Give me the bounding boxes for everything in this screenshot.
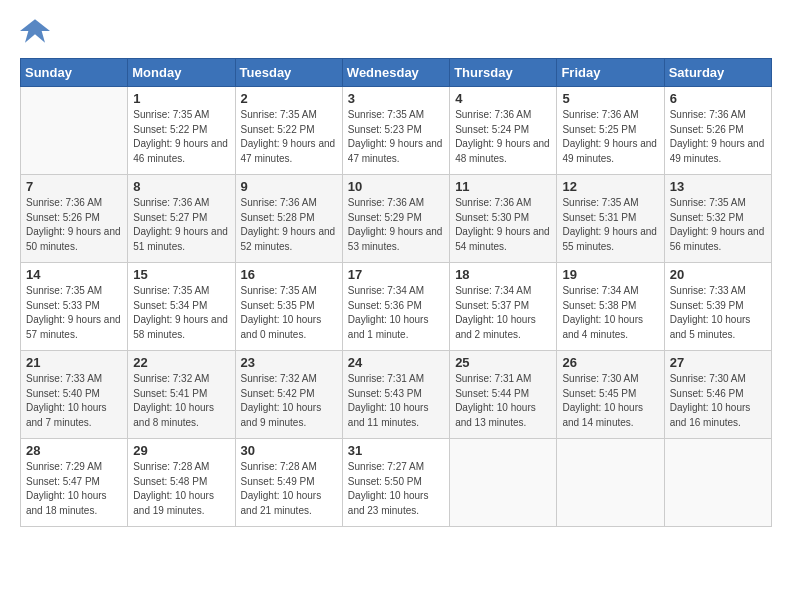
calendar-cell: 21Sunrise: 7:33 AMSunset: 5:40 PMDayligh… — [21, 351, 128, 439]
calendar-cell: 27Sunrise: 7:30 AMSunset: 5:46 PMDayligh… — [664, 351, 771, 439]
day-detail: Sunrise: 7:30 AMSunset: 5:45 PMDaylight:… — [562, 372, 658, 430]
calendar-cell — [21, 87, 128, 175]
day-number: 10 — [348, 179, 444, 194]
calendar-week-row: 14Sunrise: 7:35 AMSunset: 5:33 PMDayligh… — [21, 263, 772, 351]
day-detail: Sunrise: 7:36 AMSunset: 5:30 PMDaylight:… — [455, 196, 551, 254]
calendar-cell: 14Sunrise: 7:35 AMSunset: 5:33 PMDayligh… — [21, 263, 128, 351]
calendar-cell: 16Sunrise: 7:35 AMSunset: 5:35 PMDayligh… — [235, 263, 342, 351]
day-number: 18 — [455, 267, 551, 282]
day-detail: Sunrise: 7:36 AMSunset: 5:24 PMDaylight:… — [455, 108, 551, 166]
day-number: 4 — [455, 91, 551, 106]
day-number: 20 — [670, 267, 766, 282]
calendar-cell: 17Sunrise: 7:34 AMSunset: 5:36 PMDayligh… — [342, 263, 449, 351]
calendar-cell: 30Sunrise: 7:28 AMSunset: 5:49 PMDayligh… — [235, 439, 342, 527]
day-detail: Sunrise: 7:31 AMSunset: 5:44 PMDaylight:… — [455, 372, 551, 430]
day-detail: Sunrise: 7:35 AMSunset: 5:35 PMDaylight:… — [241, 284, 337, 342]
day-number: 25 — [455, 355, 551, 370]
day-detail: Sunrise: 7:31 AMSunset: 5:43 PMDaylight:… — [348, 372, 444, 430]
day-number: 7 — [26, 179, 122, 194]
calendar-cell — [664, 439, 771, 527]
page-header — [20, 16, 772, 50]
day-number: 6 — [670, 91, 766, 106]
day-number: 31 — [348, 443, 444, 458]
day-number: 23 — [241, 355, 337, 370]
day-number: 21 — [26, 355, 122, 370]
logo — [20, 16, 54, 50]
day-number: 28 — [26, 443, 122, 458]
calendar-cell: 7Sunrise: 7:36 AMSunset: 5:26 PMDaylight… — [21, 175, 128, 263]
day-detail: Sunrise: 7:28 AMSunset: 5:49 PMDaylight:… — [241, 460, 337, 518]
day-detail: Sunrise: 7:36 AMSunset: 5:25 PMDaylight:… — [562, 108, 658, 166]
day-detail: Sunrise: 7:35 AMSunset: 5:31 PMDaylight:… — [562, 196, 658, 254]
calendar-week-row: 28Sunrise: 7:29 AMSunset: 5:47 PMDayligh… — [21, 439, 772, 527]
calendar-cell: 26Sunrise: 7:30 AMSunset: 5:45 PMDayligh… — [557, 351, 664, 439]
day-detail: Sunrise: 7:35 AMSunset: 5:23 PMDaylight:… — [348, 108, 444, 166]
day-number: 26 — [562, 355, 658, 370]
day-number: 2 — [241, 91, 337, 106]
day-of-week-header: Friday — [557, 59, 664, 87]
day-detail: Sunrise: 7:36 AMSunset: 5:28 PMDaylight:… — [241, 196, 337, 254]
day-number: 29 — [133, 443, 229, 458]
calendar-cell: 4Sunrise: 7:36 AMSunset: 5:24 PMDaylight… — [450, 87, 557, 175]
calendar-cell: 6Sunrise: 7:36 AMSunset: 5:26 PMDaylight… — [664, 87, 771, 175]
day-detail: Sunrise: 7:33 AMSunset: 5:40 PMDaylight:… — [26, 372, 122, 430]
day-of-week-header: Sunday — [21, 59, 128, 87]
day-of-week-header: Saturday — [664, 59, 771, 87]
calendar-cell: 19Sunrise: 7:34 AMSunset: 5:38 PMDayligh… — [557, 263, 664, 351]
day-number: 3 — [348, 91, 444, 106]
day-number: 17 — [348, 267, 444, 282]
day-detail: Sunrise: 7:36 AMSunset: 5:26 PMDaylight:… — [670, 108, 766, 166]
calendar-cell: 13Sunrise: 7:35 AMSunset: 5:32 PMDayligh… — [664, 175, 771, 263]
calendar-cell: 31Sunrise: 7:27 AMSunset: 5:50 PMDayligh… — [342, 439, 449, 527]
day-detail: Sunrise: 7:35 AMSunset: 5:33 PMDaylight:… — [26, 284, 122, 342]
day-detail: Sunrise: 7:35 AMSunset: 5:22 PMDaylight:… — [241, 108, 337, 166]
day-detail: Sunrise: 7:29 AMSunset: 5:47 PMDaylight:… — [26, 460, 122, 518]
calendar-header: SundayMondayTuesdayWednesdayThursdayFrid… — [21, 59, 772, 87]
day-detail: Sunrise: 7:36 AMSunset: 5:29 PMDaylight:… — [348, 196, 444, 254]
day-detail: Sunrise: 7:36 AMSunset: 5:26 PMDaylight:… — [26, 196, 122, 254]
day-number: 27 — [670, 355, 766, 370]
day-number: 9 — [241, 179, 337, 194]
calendar-cell: 20Sunrise: 7:33 AMSunset: 5:39 PMDayligh… — [664, 263, 771, 351]
calendar-cell: 18Sunrise: 7:34 AMSunset: 5:37 PMDayligh… — [450, 263, 557, 351]
day-of-week-header: Thursday — [450, 59, 557, 87]
calendar-cell: 12Sunrise: 7:35 AMSunset: 5:31 PMDayligh… — [557, 175, 664, 263]
calendar-week-row: 1Sunrise: 7:35 AMSunset: 5:22 PMDaylight… — [21, 87, 772, 175]
day-number: 16 — [241, 267, 337, 282]
day-number: 1 — [133, 91, 229, 106]
calendar-cell: 15Sunrise: 7:35 AMSunset: 5:34 PMDayligh… — [128, 263, 235, 351]
calendar-cell: 1Sunrise: 7:35 AMSunset: 5:22 PMDaylight… — [128, 87, 235, 175]
svg-marker-0 — [20, 19, 50, 42]
day-number: 5 — [562, 91, 658, 106]
day-detail: Sunrise: 7:27 AMSunset: 5:50 PMDaylight:… — [348, 460, 444, 518]
day-number: 22 — [133, 355, 229, 370]
day-number: 13 — [670, 179, 766, 194]
calendar-cell — [450, 439, 557, 527]
calendar-cell: 8Sunrise: 7:36 AMSunset: 5:27 PMDaylight… — [128, 175, 235, 263]
calendar-week-row: 21Sunrise: 7:33 AMSunset: 5:40 PMDayligh… — [21, 351, 772, 439]
calendar-cell: 24Sunrise: 7:31 AMSunset: 5:43 PMDayligh… — [342, 351, 449, 439]
logo-icon — [20, 16, 50, 50]
day-of-week-header: Monday — [128, 59, 235, 87]
calendar-cell: 11Sunrise: 7:36 AMSunset: 5:30 PMDayligh… — [450, 175, 557, 263]
calendar-cell: 2Sunrise: 7:35 AMSunset: 5:22 PMDaylight… — [235, 87, 342, 175]
calendar-cell: 5Sunrise: 7:36 AMSunset: 5:25 PMDaylight… — [557, 87, 664, 175]
day-detail: Sunrise: 7:34 AMSunset: 5:37 PMDaylight:… — [455, 284, 551, 342]
day-detail: Sunrise: 7:28 AMSunset: 5:48 PMDaylight:… — [133, 460, 229, 518]
day-number: 12 — [562, 179, 658, 194]
day-of-week-header: Tuesday — [235, 59, 342, 87]
day-of-week-header: Wednesday — [342, 59, 449, 87]
day-detail: Sunrise: 7:35 AMSunset: 5:32 PMDaylight:… — [670, 196, 766, 254]
day-detail: Sunrise: 7:30 AMSunset: 5:46 PMDaylight:… — [670, 372, 766, 430]
calendar-cell: 22Sunrise: 7:32 AMSunset: 5:41 PMDayligh… — [128, 351, 235, 439]
day-detail: Sunrise: 7:34 AMSunset: 5:36 PMDaylight:… — [348, 284, 444, 342]
calendar-week-row: 7Sunrise: 7:36 AMSunset: 5:26 PMDaylight… — [21, 175, 772, 263]
day-number: 19 — [562, 267, 658, 282]
day-number: 24 — [348, 355, 444, 370]
day-number: 8 — [133, 179, 229, 194]
calendar-cell — [557, 439, 664, 527]
day-detail: Sunrise: 7:36 AMSunset: 5:27 PMDaylight:… — [133, 196, 229, 254]
calendar-cell: 29Sunrise: 7:28 AMSunset: 5:48 PMDayligh… — [128, 439, 235, 527]
calendar-cell: 23Sunrise: 7:32 AMSunset: 5:42 PMDayligh… — [235, 351, 342, 439]
day-number: 15 — [133, 267, 229, 282]
